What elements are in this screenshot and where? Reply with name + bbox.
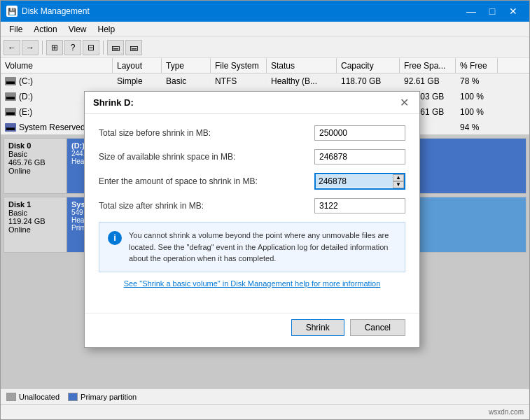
grid-button[interactable]: ⊞ [46,40,63,55]
table-row[interactable]: ▬ (C:) Simple Basic NTFS Healthy (B... 1… [1,74,529,89]
back-button[interactable]: ← [4,40,20,55]
disk-1-name: Disk 1 [8,200,62,209]
window-title: Disk Management [22,6,461,16]
dialog-value-3: 3122 [314,198,405,214]
dialog-label-2: Enter the amount of space to shrink in M… [99,176,314,186]
drive-icon-0: ▬ [5,77,16,85]
disk-button[interactable]: 🖴 [107,40,124,55]
col-fs[interactable]: File System [211,58,267,73]
help-button[interactable]: ? [64,40,81,55]
col-free[interactable]: Free Spa... [400,58,456,73]
dialog-row-0: Total size before shrink in MB: 250000 [99,125,405,141]
legend-primary: Primary partition [68,393,137,401]
dialog-title-text: Shrink D: [93,97,134,108]
dialog-label-1: Size of available shrink space in MB: [99,152,314,162]
cell-layout-0: Simple [113,75,162,88]
dialog-body: Total size before shrink in MB: 250000 S… [85,114,419,310]
disk-1-info: Disk 1 Basic 119.24 GB Online [4,197,67,253]
col-layout[interactable]: Layout [113,58,162,73]
spinner-up-button[interactable]: ▲ [393,174,404,181]
close-button[interactable]: ✕ [503,1,524,22]
cell-fs-0: NTFS [211,75,267,88]
col-capacity[interactable]: Capacity [337,58,400,73]
info-icon: i [108,231,122,245]
cancel-button[interactable]: Cancel [350,319,405,336]
cell-type-0: Basic [162,75,211,88]
toolbar: ← → ⊞ ? ⊟ 🖴 🖴 [1,37,529,58]
help-link[interactable]: See "Shrink a basic volume" in Disk Mana… [99,279,405,288]
info-box: i You cannot shrink a volume beyond the … [99,222,405,272]
cell-status-0: Healthy (B... [267,75,337,88]
legend-unallocated: Unallocated [6,393,60,401]
cell-pct-3: 94 % [456,121,498,134]
shrink-dialog: Shrink D: ✕ Total size before shrink in … [84,91,420,348]
disk-0-status: Online [8,167,62,175]
dialog-value-1: 246878 [314,149,405,164]
legend: Unallocated Primary partition [1,388,529,404]
disk-button-2[interactable]: 🖴 [125,40,142,55]
dialog-label-0: Total size before shrink in MB: [99,128,314,138]
disk-1-status: Online [8,225,62,234]
dialog-value-0: 250000 [314,125,405,141]
cell-pct-0: 78 % [456,75,498,88]
menu-bar: File Action View Help [1,22,529,37]
table-header: Volume Layout Type File System Status Ca… [1,58,529,74]
cell-cap-0: 118.70 GB [337,75,400,88]
menu-view[interactable]: View [63,22,92,36]
dialog-row-2: Enter the amount of space to shrink in M… [99,173,405,190]
drive-icon-3: ▬ [5,123,16,132]
shrink-button[interactable]: Shrink [291,319,344,336]
app-icon: 💾 [6,6,18,17]
maximize-button[interactable]: □ [482,1,503,22]
status-bar: wsxdn.com [1,404,529,419]
dialog-close-button[interactable]: ✕ [397,96,411,110]
spinner-down-button[interactable]: ▼ [393,181,404,188]
minus-button-1[interactable]: ⊟ [83,40,99,55]
legend-primary-label: Primary partition [81,393,137,401]
forward-button[interactable]: → [22,40,39,55]
cell-pct-1: 100 % [456,90,498,103]
info-text: You cannot shrink a volume beyond the po… [129,230,396,265]
dialog-title-bar: Shrink D: ✕ [85,92,419,114]
drive-icon-1: ▬ [5,92,16,101]
dialog-row-1: Size of available shrink space in MB: 24… [99,149,405,164]
disk-0-info: Disk 0 Basic 465.76 GB Online [4,138,67,194]
menu-action[interactable]: Action [28,22,62,36]
toolbar-sep-2 [103,41,104,55]
col-volume[interactable]: Volume [1,58,113,73]
title-bar-controls: — □ ✕ [461,1,524,22]
cell-free-0: 92.61 GB [400,75,456,88]
shrink-input-wrap: ▲ ▼ [314,173,405,190]
title-bar: 💾 Disk Management — □ ✕ [1,1,529,22]
legend-primary-box [68,393,78,401]
disk-1-size: 119.24 GB [8,217,62,225]
disk-1-type: Basic [8,209,62,217]
dialog-footer: Shrink Cancel [85,313,419,347]
disk-0-name: Disk 0 [8,141,62,150]
cell-pct-2: 100 % [456,106,498,118]
spinner-buttons: ▲ ▼ [393,174,404,188]
cell-volume-0: ▬ (C:) [1,75,113,88]
minimize-button[interactable]: — [461,1,482,22]
legend-unallocated-label: Unallocated [19,393,60,401]
col-status[interactable]: Status [267,58,337,73]
toolbar-sep-1 [42,41,43,55]
disk-0-size: 465.76 GB [8,158,62,167]
drive-icon-2: ▬ [5,108,16,116]
dialog-row-3: Total size after shrink in MB: 3122 [99,198,405,214]
shrink-amount-input[interactable] [316,175,393,188]
menu-help[interactable]: Help [92,22,121,36]
dialog-label-3: Total size after shrink in MB: [99,201,314,211]
col-type[interactable]: Type [162,58,211,73]
legend-unallocated-box [6,393,16,401]
menu-file[interactable]: File [4,22,28,36]
watermark: wsxdn.com [489,408,524,416]
col-pct[interactable]: % Free [456,58,498,73]
disk-0-type: Basic [8,150,62,158]
